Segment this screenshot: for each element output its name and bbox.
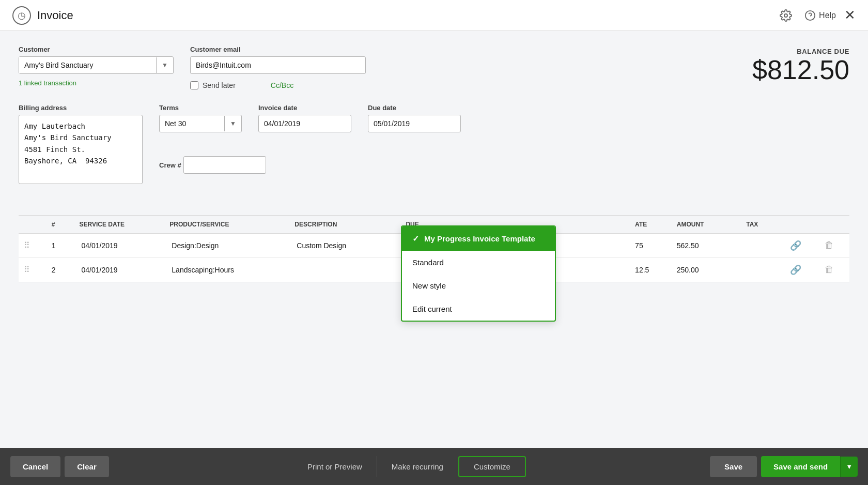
description-cell[interactable] bbox=[289, 233, 400, 257]
gear-icon bbox=[780, 9, 792, 22]
print-preview-button[interactable]: Print or Preview bbox=[293, 456, 377, 477]
customer-email-group: Customer email Send later Cc/Bcc bbox=[190, 46, 366, 89]
terms-group: Terms Net 30 Net 15 Due on receipt Net 6… bbox=[159, 104, 242, 132]
svg-point-0 bbox=[784, 14, 787, 17]
customize-button[interactable]: Customize bbox=[458, 456, 526, 477]
billing-address-label: Billing address bbox=[19, 104, 143, 112]
send-later-checkbox[interactable] bbox=[190, 81, 198, 89]
billing-address-group: Billing address Amy Lauterbach Amy's Bir… bbox=[19, 104, 143, 184]
link-icon[interactable]: 🔗 bbox=[788, 263, 803, 277]
template-label-3: New style bbox=[412, 281, 446, 290]
footer-right-actions: Save Save and send ▼ bbox=[710, 456, 858, 477]
cancel-button[interactable]: Cancel bbox=[10, 456, 60, 477]
page-title: Invoice bbox=[37, 9, 73, 22]
balance-due-section: BALANCE DUE $812.50 bbox=[752, 48, 849, 85]
product-cell[interactable] bbox=[164, 233, 289, 257]
amount-cell: 562.50 bbox=[672, 233, 741, 257]
product-input-2[interactable] bbox=[169, 265, 252, 275]
col-product: PRODUCT/SERVICE bbox=[164, 215, 289, 233]
service-date-input-1[interactable] bbox=[80, 240, 136, 251]
check-icon: ✓ bbox=[412, 234, 419, 244]
save-and-send-dropdown-button[interactable]: ▼ bbox=[840, 457, 858, 477]
footer-center-actions: Print or Preview Make recurring Customiz… bbox=[109, 456, 710, 477]
save-and-send-wrap: Save and send ▼ bbox=[761, 456, 858, 477]
customer-input[interactable] bbox=[19, 57, 156, 73]
invoice-date-group: Invoice date bbox=[258, 104, 351, 132]
template-item-new-style[interactable]: New style bbox=[402, 274, 555, 297]
help-button[interactable]: Help bbox=[804, 10, 836, 21]
close-button[interactable]: ✕ bbox=[844, 7, 856, 23]
footer: Cancel Clear Print or Preview Make recur… bbox=[0, 448, 868, 485]
billing-address-input[interactable]: Amy Lauterbach Amy's Bird Sanctuary 4581… bbox=[19, 115, 143, 184]
help-icon bbox=[804, 10, 816, 21]
invoice-date-label: Invoice date bbox=[258, 104, 351, 112]
template-label-2: Standard bbox=[412, 258, 444, 267]
send-later-label: Send later bbox=[203, 81, 236, 89]
customer-group: Customer ▼ 1 linked transaction bbox=[19, 46, 174, 87]
service-date-cell[interactable] bbox=[74, 233, 165, 257]
invoice-date-input[interactable] bbox=[258, 115, 351, 132]
clear-button[interactable]: Clear bbox=[65, 456, 109, 477]
crew-input[interactable] bbox=[183, 156, 266, 174]
app-header: ◷ Invoice Help ✕ bbox=[0, 0, 868, 31]
col-amount: AMOUNT bbox=[672, 215, 741, 233]
product-input-1[interactable] bbox=[169, 240, 252, 251]
terms-dropdown-arrow: ▼ bbox=[224, 116, 241, 131]
linked-transaction-link[interactable]: 1 linked transaction bbox=[19, 79, 174, 87]
table-section: # SERVICE DATE PRODUCT/SERVICE DESCRIPTI… bbox=[19, 215, 849, 282]
template-item-standard[interactable]: Standard bbox=[402, 251, 555, 274]
template-dropdown: ✓ My Progress Invoice Template Standard … bbox=[401, 225, 556, 322]
delete-icon[interactable]: 🗑 bbox=[823, 262, 836, 277]
send-later-row: Send later Cc/Bcc bbox=[190, 81, 366, 89]
drag-handle-icon: ⠿ bbox=[24, 241, 30, 250]
app-logo: ◷ bbox=[12, 6, 31, 25]
product-cell[interactable] bbox=[164, 257, 289, 282]
customer-label: Customer bbox=[19, 46, 174, 53]
template-label-1: My Progress Invoice Template bbox=[424, 234, 535, 243]
due-date-group: Due date bbox=[368, 104, 461, 132]
link-cell[interactable]: 🔗 bbox=[783, 233, 817, 257]
delete-cell[interactable]: 🗑 bbox=[817, 233, 849, 257]
delete-icon[interactable]: 🗑 bbox=[823, 238, 836, 252]
crew-label: Crew # bbox=[159, 161, 181, 169]
row-num-cell: 1 bbox=[47, 233, 74, 257]
logo-icon: ◷ bbox=[18, 10, 26, 21]
due-date-input[interactable] bbox=[368, 115, 461, 132]
balance-due-label: BALANCE DUE bbox=[752, 48, 849, 55]
template-item-edit-current[interactable]: Edit current bbox=[402, 297, 555, 321]
service-date-input-2[interactable] bbox=[80, 265, 136, 275]
main-content: Customer ▼ 1 linked transaction Customer… bbox=[0, 31, 868, 329]
settings-button[interactable] bbox=[776, 7, 796, 24]
col-description: DESCRIPTION bbox=[289, 215, 400, 233]
due-date-label: Due date bbox=[368, 104, 461, 112]
customer-email-label: Customer email bbox=[190, 46, 366, 53]
description-cell[interactable] bbox=[289, 257, 400, 282]
customer-select[interactable]: ▼ bbox=[19, 56, 174, 74]
link-icon[interactable]: 🔗 bbox=[788, 238, 803, 253]
link-cell[interactable]: 🔗 bbox=[783, 257, 817, 282]
template-item-my-progress[interactable]: ✓ My Progress Invoice Template bbox=[402, 226, 555, 251]
description-input-1[interactable] bbox=[295, 240, 367, 251]
terms-select[interactable]: Net 30 Net 15 Due on receipt Net 60 ▼ bbox=[159, 115, 242, 132]
drag-handle-icon: ⠿ bbox=[24, 265, 30, 274]
qty-cell: 75 bbox=[630, 233, 672, 257]
description-input-2[interactable] bbox=[295, 265, 367, 275]
save-button[interactable]: Save bbox=[710, 456, 757, 477]
header-actions: Help ✕ bbox=[776, 7, 856, 24]
service-date-cell[interactable] bbox=[74, 257, 165, 282]
drag-handle-cell[interactable]: ⠿ bbox=[19, 233, 47, 257]
terms-dropdown[interactable]: Net 30 Net 15 Due on receipt Net 60 bbox=[160, 115, 224, 132]
drag-handle-cell[interactable]: ⠿ bbox=[19, 257, 47, 282]
cc-bcc-link[interactable]: Cc/Bcc bbox=[271, 81, 293, 89]
customer-email-input[interactable] bbox=[190, 56, 366, 74]
col-ate: ATE bbox=[630, 215, 672, 233]
col-tax: TAX bbox=[741, 215, 783, 233]
tax-cell bbox=[741, 233, 783, 257]
col-service-date: SERVICE DATE bbox=[74, 215, 165, 233]
save-and-send-button[interactable]: Save and send bbox=[761, 456, 840, 477]
delete-cell[interactable]: 🗑 bbox=[817, 257, 849, 282]
customer-dropdown-arrow[interactable]: ▼ bbox=[156, 57, 173, 73]
col-delete bbox=[817, 215, 849, 233]
template-label-4: Edit current bbox=[412, 305, 452, 313]
make-recurring-button[interactable]: Make recurring bbox=[377, 456, 458, 477]
